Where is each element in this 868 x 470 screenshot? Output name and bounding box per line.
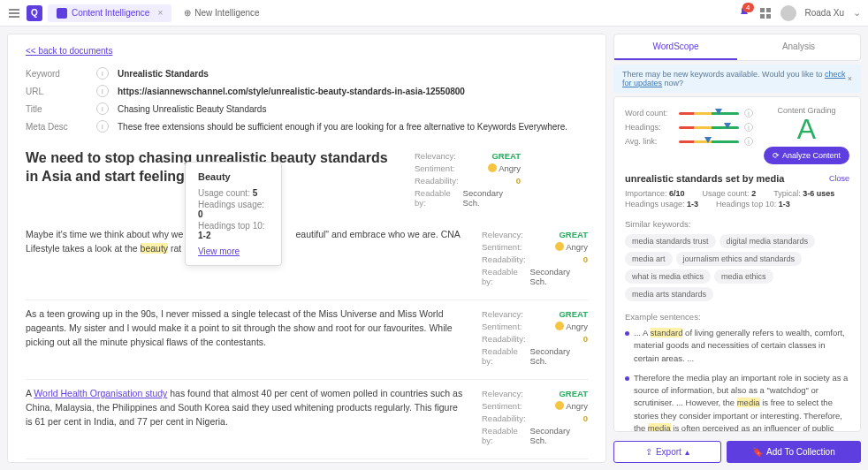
article-text: A World Health Organisation study has fo… <box>26 387 464 446</box>
meta-label: Title <box>26 104 96 114</box>
close-icon[interactable]: × <box>157 8 163 18</box>
meta-table: Keyword i Unrealistic Standards URL i ht… <box>26 64 588 135</box>
meta-row-url: URL i https://asiannewschannel.com/style… <box>26 82 588 100</box>
sidebar-tabs: WordScope Analysis <box>613 34 861 61</box>
similar-keywords-label: Similar keywords: <box>625 219 849 229</box>
svg-rect-1 <box>766 8 771 12</box>
back-to-documents-link[interactable]: << back to documents <box>26 46 112 56</box>
keyword-chip[interactable]: media standards trust <box>625 234 716 248</box>
slider-track[interactable] <box>679 126 739 129</box>
grading-box: Content Grading A ⟳Analyze Content <box>764 106 849 164</box>
svg-rect-3 <box>766 14 771 19</box>
info-icon[interactable]: i <box>744 137 753 146</box>
sidebar: WordScope Analysis There may be new keyw… <box>613 34 861 463</box>
keyword-chip[interactable]: media ethics <box>714 269 773 284</box>
article-block: As a teen growing up in the 90s, I never… <box>26 299 588 367</box>
tab-icon <box>57 8 67 19</box>
keyword-chip[interactable]: media arts standards <box>625 287 713 301</box>
close-icon[interactable]: × <box>848 74 852 83</box>
example-sentences-label: Example sentences: <box>625 312 849 322</box>
metrics-block: Relevancy:GREAT Sentiment:Angry Readabil… <box>415 149 521 208</box>
menu-icon[interactable] <box>7 6 21 20</box>
view-more-link[interactable]: View more <box>198 246 269 256</box>
keyword-chip[interactable]: digital media standards <box>720 234 816 248</box>
title-row: We need to stop chasing unrealistic beau… <box>26 135 588 208</box>
info-icon[interactable]: i <box>96 85 109 97</box>
slider-avglink: Avg. link: i <box>625 134 753 148</box>
notification-badge: 4 <box>742 3 753 12</box>
grade-value: A <box>764 115 849 143</box>
add-to-collection-button[interactable]: 🔖Add To Collection <box>727 441 861 463</box>
tab-analysis[interactable]: Analysis <box>737 34 860 60</box>
sliders: Word count: i Headings: i Avg. link: i <box>625 106 753 164</box>
user-name: Roada Xu <box>805 8 844 18</box>
topbar-left: Q Content Intelligence × ⊕ New Intellige… <box>7 4 267 22</box>
meta-value: Unrealistic Standards <box>118 69 209 79</box>
meta-value: https://asiannewschannel.com/style/unrea… <box>118 87 465 96</box>
tooltip-title: Beauty <box>198 171 269 182</box>
example-sentence: ... A standard of living generally refer… <box>625 327 849 365</box>
tab-content-intelligence[interactable]: Content Intelligence × <box>48 4 171 22</box>
close-keyword-link[interactable]: Close <box>829 174 849 183</box>
meta-value: These free extensions should be sufficie… <box>118 122 567 132</box>
keyword-chip[interactable]: what is media ethics <box>625 269 711 284</box>
kstat: Typical: 3-6 uses <box>773 189 834 198</box>
analyze-content-button[interactable]: ⟳Analyze Content <box>764 147 849 164</box>
keyword-title: unrealistic standards set by media <box>625 173 784 184</box>
plus-icon: ⊕ <box>184 8 191 18</box>
grading-section: Word count: i Headings: i Avg. link: i <box>625 106 849 164</box>
app-logo[interactable]: Q <box>27 5 42 21</box>
content-panel: << back to documents Keyword i Unrealist… <box>7 34 606 463</box>
meta-row-keyword: Keyword i Unrealistic Standards <box>26 64 588 82</box>
kstat: Usage count: 2 <box>703 189 757 198</box>
article-block: But it doesn't matter how advanced a bea… <box>26 459 588 463</box>
chips-container: media standards trustdigital media stand… <box>625 234 849 301</box>
keyword-chip[interactable]: media art <box>625 252 673 266</box>
avatar[interactable] <box>780 5 796 21</box>
metrics-block: Relevancy:GREAT Sentiment:Angry Readabil… <box>482 228 588 287</box>
export-button[interactable]: ⇪Export▴ <box>613 441 721 463</box>
chevron-up-icon: ▴ <box>685 447 689 457</box>
meta-label: Meta Desc <box>26 122 96 132</box>
info-icon[interactable]: i <box>96 67 109 80</box>
info-icon[interactable]: i <box>744 109 753 118</box>
grid-icon[interactable] <box>759 7 772 19</box>
export-icon: ⇪ <box>645 447 652 457</box>
who-study-link[interactable]: World Health Organisation study <box>34 388 167 398</box>
notifications-button[interactable]: 4 <box>738 6 750 20</box>
slider-headings: Headings: i <box>625 120 753 134</box>
article-block: A World Health Organisation study has fo… <box>26 379 588 446</box>
main: << back to documents Keyword i Unrealist… <box>0 27 868 470</box>
example-sentence: Therefore the media play an important ro… <box>625 372 849 432</box>
keyword-tooltip: Beauty Usage count: 5 Headings usage: 0 … <box>185 162 282 266</box>
meta-row-desc: Meta Desc i These free extensions should… <box>26 118 588 135</box>
new-intelligence-button[interactable]: ⊕ New Intelligence <box>177 4 266 21</box>
svg-rect-2 <box>760 14 765 19</box>
info-icon[interactable]: i <box>744 123 753 132</box>
article-block: Maybe it's time we think about why we fr… <box>26 221 588 287</box>
meta-label: URL <box>26 87 96 96</box>
update-notice: There may be new keywords available. Wou… <box>613 64 861 93</box>
topbar-right: 4 Roada Xu ⌄ <box>738 5 861 21</box>
slider-track[interactable] <box>679 140 739 143</box>
article-text: As a teen growing up in the 90s, I never… <box>26 307 464 367</box>
notice-text: There may be new keywords available. Wou… <box>622 70 848 87</box>
keyword-chip[interactable]: journalism ethics and standards <box>676 252 803 266</box>
info-icon[interactable]: i <box>96 102 109 115</box>
topbar: Q Content Intelligence × ⊕ New Intellige… <box>0 0 868 27</box>
metrics-block: Relevancy:GREAT Sentiment:Angry Readabil… <box>482 387 588 446</box>
bottom-actions: ⇪Export▴ 🔖Add To Collection <box>613 441 861 463</box>
info-icon[interactable]: i <box>96 120 109 133</box>
wordscope-panel: Word count: i Headings: i Avg. link: i <box>613 96 861 432</box>
refresh-icon: ⟳ <box>773 151 780 160</box>
slider-wordcount: Word count: i <box>625 106 753 120</box>
metrics-block: Relevancy:GREAT Sentiment:Angry Readabil… <box>482 307 588 367</box>
new-tab-label: New Intelligence <box>194 8 259 18</box>
chevron-down-icon[interactable]: ⌄ <box>853 7 861 19</box>
tab-label: Content Intelligence <box>72 8 149 18</box>
slider-track[interactable] <box>679 112 739 115</box>
meta-label: Keyword <box>26 69 96 79</box>
tab-wordscope[interactable]: WordScope <box>614 34 737 60</box>
kstat: Headings top 10: 1-3 <box>716 200 790 208</box>
bookmark-icon: 🔖 <box>752 447 763 457</box>
